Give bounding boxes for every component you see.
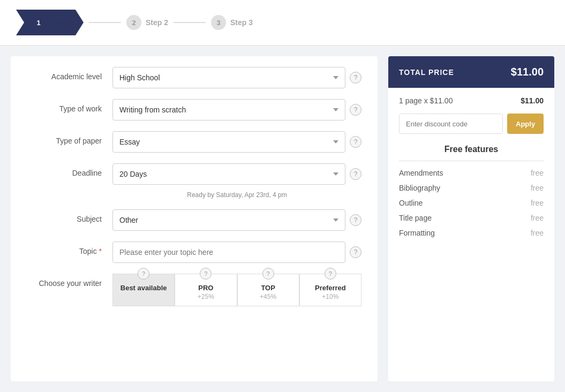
step-2-circle: 2 xyxy=(126,15,141,30)
type-of-work-label: Type of work xyxy=(27,99,112,113)
subject-label: Subject xyxy=(27,209,112,223)
feature-amendments-name: Amendments xyxy=(399,169,443,177)
subject-select[interactable]: Other English History Math Science xyxy=(112,209,345,231)
writer-preferred-help[interactable]: ? xyxy=(325,268,336,280)
discount-row: Apply xyxy=(399,114,544,134)
feature-bibliography-tag: free xyxy=(531,184,544,192)
feature-outline-name: Outline xyxy=(399,199,423,207)
discount-input[interactable] xyxy=(399,114,503,134)
type-of-work-row: Type of work Writing from scratch Rewrit… xyxy=(27,99,361,120)
writer-top-pct: +45% xyxy=(260,293,276,300)
writer-preferred-name: Preferred xyxy=(315,284,346,292)
step-connector-2 xyxy=(174,22,206,23)
subject-row: Subject Other English History Math Scien… xyxy=(27,209,361,231)
type-of-work-wrap: Writing from scratch Rewriting Editing P… xyxy=(112,99,361,120)
writer-pro-name: PRO xyxy=(198,284,213,292)
writer-top-name: TOP xyxy=(261,284,275,292)
price-line: 1 page x $11.00 $11.00 xyxy=(399,96,544,105)
writer-preferred-pct: +10% xyxy=(322,293,338,300)
writer-best-help[interactable]: ? xyxy=(138,268,149,280)
step-3[interactable]: 3 Step 3 xyxy=(211,15,253,30)
feature-amendments-tag: free xyxy=(531,169,544,177)
price-amount: $11.00 xyxy=(521,96,544,105)
feature-formatting-tag: free xyxy=(531,229,544,237)
deadline-row: Deadline 20 Days 10 Days 7 Days 5 Days 3… xyxy=(27,163,361,199)
feature-title-page-tag: free xyxy=(531,214,544,222)
step-1-circle: 1 xyxy=(31,15,46,30)
feature-formatting-name: Formatting xyxy=(399,229,435,237)
topic-input[interactable] xyxy=(112,242,345,263)
step-2-label: Step 2 xyxy=(146,18,168,27)
type-of-work-help[interactable]: ? xyxy=(350,104,361,116)
writer-pro-help[interactable]: ? xyxy=(200,268,212,280)
writer-pro-pct: +25% xyxy=(198,293,214,300)
step-3-label: Step 3 xyxy=(230,18,253,27)
free-features-divider xyxy=(399,161,544,161)
price-panel: TOTAL PRICE $11.00 1 page x $11.00 $11.0… xyxy=(388,56,554,381)
form-panel: Academic level High School Undergraduate… xyxy=(11,56,378,381)
deadline-help[interactable]: ? xyxy=(350,168,361,180)
writer-label: Choose your writer xyxy=(27,274,112,288)
writer-option-preferred[interactable]: ? Preferred +10% xyxy=(299,274,361,306)
step-1-label: Step 1 xyxy=(50,18,73,27)
feature-title-page: Title page free xyxy=(399,214,544,222)
stepper: 1 Step 1 2 Step 2 3 Step 3 xyxy=(0,0,565,46)
academic-level-wrap: High School Undergraduate Graduate PhD ? xyxy=(112,67,361,88)
feature-formatting: Formatting free xyxy=(399,229,544,237)
feature-amendments: Amendments free xyxy=(399,169,544,177)
topic-row: Topic * ? xyxy=(27,242,361,263)
academic-level-help[interactable]: ? xyxy=(350,72,361,84)
writer-best-name: Best available xyxy=(120,284,167,292)
free-features-title: Free features xyxy=(399,145,544,154)
price-title: TOTAL PRICE xyxy=(399,68,454,77)
feature-outline-tag: free xyxy=(531,199,544,207)
topic-help[interactable]: ? xyxy=(350,246,361,258)
price-value: $11.00 xyxy=(511,66,544,78)
writer-top-help[interactable]: ? xyxy=(262,268,274,280)
writer-row: Choose your writer ? Best available ? PR… xyxy=(27,274,361,306)
feature-bibliography: Bibliography free xyxy=(399,184,544,192)
step-1[interactable]: 1 Step 1 xyxy=(16,10,84,35)
topic-wrap: ? xyxy=(112,242,361,263)
price-description: 1 page x $11.00 xyxy=(399,96,453,105)
writer-options: ? Best available ? PRO +25% ? TOP +45% xyxy=(112,274,361,306)
subject-wrap: Other English History Math Science ? xyxy=(112,209,361,231)
topic-label: Topic * xyxy=(27,242,112,255)
price-header: TOTAL PRICE $11.00 xyxy=(388,56,554,88)
deadline-inner: 20 Days 10 Days 7 Days 5 Days 3 Days 2 D… xyxy=(112,163,361,185)
apply-button[interactable]: Apply xyxy=(507,114,544,134)
feature-outline: Outline free xyxy=(399,199,544,207)
type-of-paper-label: Type of paper xyxy=(27,131,112,145)
type-of-paper-select[interactable]: Essay Research Paper Term Paper Coursewo… xyxy=(112,131,345,153)
writer-option-best[interactable]: ? Best available xyxy=(112,274,175,306)
type-of-paper-help[interactable]: ? xyxy=(350,136,361,148)
subject-help[interactable]: ? xyxy=(350,214,361,226)
writer-wrap: ? Best available ? PRO +25% ? TOP +45% xyxy=(112,274,361,306)
deadline-note: Ready by Saturday, Apr 23rd, 4 pm xyxy=(187,191,287,199)
deadline-wrap: 20 Days 10 Days 7 Days 5 Days 3 Days 2 D… xyxy=(112,163,361,199)
deadline-select[interactable]: 20 Days 10 Days 7 Days 5 Days 3 Days 2 D… xyxy=(112,163,345,185)
step-2[interactable]: 2 Step 2 xyxy=(126,15,168,30)
writer-option-pro[interactable]: ? PRO +25% xyxy=(175,274,237,306)
topic-required: * xyxy=(99,247,102,255)
main-content: Academic level High School Undergraduate… xyxy=(0,46,565,392)
type-of-paper-row: Type of paper Essay Research Paper Term … xyxy=(27,131,361,153)
feature-title-page-name: Title page xyxy=(399,214,432,222)
feature-bibliography-name: Bibliography xyxy=(399,184,440,192)
deadline-label: Deadline xyxy=(27,163,112,177)
writer-option-top[interactable]: ? TOP +45% xyxy=(237,274,299,306)
academic-level-select[interactable]: High School Undergraduate Graduate PhD xyxy=(112,67,345,88)
academic-level-row: Academic level High School Undergraduate… xyxy=(27,67,361,88)
price-body: 1 page x $11.00 $11.00 Apply Free featur… xyxy=(388,88,554,252)
type-of-paper-wrap: Essay Research Paper Term Paper Coursewo… xyxy=(112,131,361,153)
academic-level-label: Academic level xyxy=(27,67,112,81)
type-of-work-select[interactable]: Writing from scratch Rewriting Editing P… xyxy=(112,99,345,120)
step-connector-1 xyxy=(89,22,121,23)
step-3-circle: 3 xyxy=(211,15,226,30)
